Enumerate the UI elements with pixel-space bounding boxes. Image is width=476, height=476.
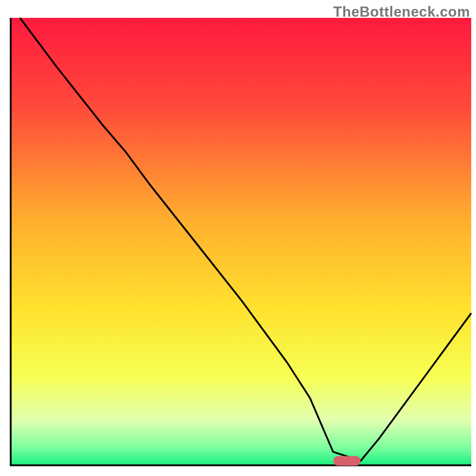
optimal-marker — [333, 456, 361, 465]
plot-background — [11, 18, 471, 465]
site-watermark: TheBottleneck.com — [333, 4, 470, 20]
bottleneck-chart: TheBottleneck.com — [0, 0, 476, 476]
chart-canvas — [0, 0, 476, 476]
